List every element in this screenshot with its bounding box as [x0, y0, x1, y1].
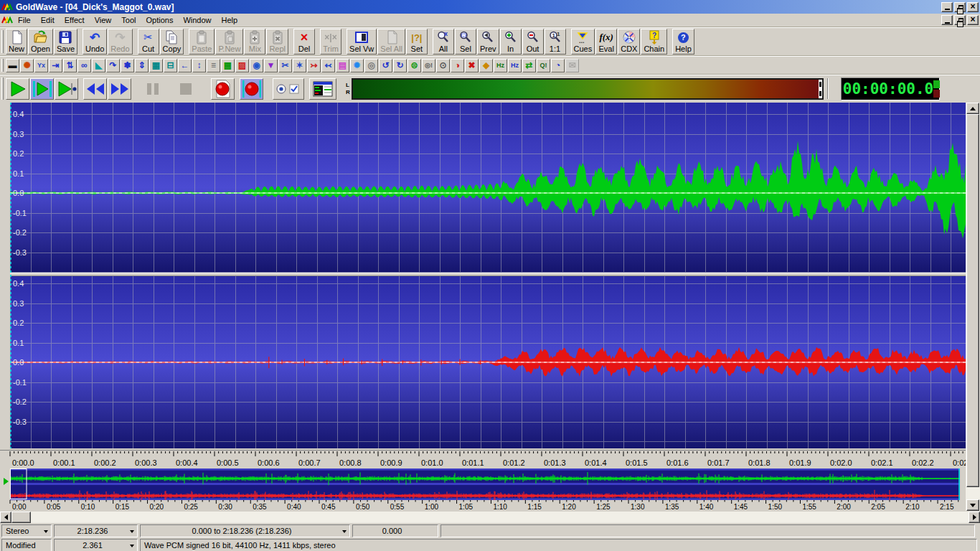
1-1-button[interactable]: 111:1: [545, 29, 566, 55]
copy-button[interactable]: Copy: [160, 29, 184, 55]
status-channel-mode[interactable]: Stereo: [1, 524, 52, 537]
match-max-icon[interactable]: ▩: [221, 59, 235, 72]
shape-volume-icon[interactable]: ⊙: [436, 59, 450, 72]
compressor-icon[interactable]: ⊟: [164, 59, 177, 72]
playback-clock-icon[interactable]: ◔: [551, 59, 565, 72]
titlebar[interactable]: GoldWave - [04_Dick's_Maggot_0.wav] ×: [0, 0, 980, 14]
record-button[interactable]: [211, 78, 235, 100]
pause-button[interactable]: [141, 78, 164, 100]
undo-button[interactable]: ↶Undo: [83, 29, 107, 55]
in-button[interactable]: In: [500, 29, 522, 55]
sel-button[interactable]: Sel: [455, 29, 476, 55]
flanger-icon[interactable]: ∞: [77, 59, 91, 72]
mix-button[interactable]: Mix: [244, 29, 265, 55]
invert-icon[interactable]: ↷: [106, 59, 120, 72]
censor-icon[interactable]: ✖: [465, 59, 479, 72]
sparkle-icon[interactable]: ✹: [350, 59, 364, 72]
chain-button[interactable]: ?Chain: [641, 29, 667, 55]
vertical-scrollbar[interactable]: [966, 103, 980, 511]
dropdown-arrow-icon[interactable]: [44, 530, 48, 533]
restore-button[interactable]: [954, 2, 966, 12]
overview-waveform[interactable]: [10, 468, 960, 500]
echo-icon[interactable]: ⇥: [49, 59, 62, 72]
status-selection-range[interactable]: 0.000 to 2:18.236 (2:18.236): [140, 524, 350, 537]
vertical-scroll-thumb[interactable]: [966, 114, 979, 487]
pitch-hz-icon[interactable]: Hz: [494, 59, 507, 72]
knob-icon[interactable]: ◎: [364, 59, 378, 72]
menu-item-options[interactable]: Options: [141, 14, 178, 26]
noise-gate-icon[interactable]: ↣: [307, 59, 321, 72]
menu-item-tool[interactable]: Tool: [116, 14, 141, 26]
toolbar-grip[interactable]: [1, 77, 4, 100]
new-button[interactable]: New: [6, 29, 27, 55]
del-button[interactable]: ×Del: [293, 29, 315, 55]
scroll-up-button[interactable]: [966, 103, 979, 114]
fast-forward-button[interactable]: [108, 78, 131, 100]
menu-item-help[interactable]: Help: [217, 14, 243, 26]
overview-position-marker-icon[interactable]: [4, 478, 9, 485]
menu-item-window[interactable]: Window: [178, 14, 216, 26]
all-button[interactable]: xAll: [433, 29, 454, 55]
waveform-editor[interactable]: 0.40.30.20.10.0-0.1-0.2-0.30.40.30.20.10…: [10, 103, 966, 448]
save-button[interactable]: Save: [54, 29, 77, 55]
pan-icon[interactable]: ◑: [451, 59, 464, 72]
play-selection-button[interactable]: [30, 78, 54, 100]
match-icon[interactable]: ▨: [235, 59, 249, 72]
stop-button[interactable]: [174, 78, 197, 100]
cut-button[interactable]: ✂Cut: [138, 29, 159, 55]
open-button[interactable]: Open: [28, 29, 53, 55]
scroll-down-button[interactable]: [966, 499, 979, 511]
smash-icon[interactable]: ✶: [293, 59, 306, 72]
filter-icon[interactable]: ≡: [207, 59, 220, 72]
scroll-right-button[interactable]: [969, 512, 980, 523]
equalizer-icon[interactable]: ▦: [149, 59, 163, 72]
maximize-q-icon[interactable]: Q!: [537, 59, 550, 72]
status-zoom-value[interactable]: 2.361: [54, 539, 138, 551]
cdx-button[interactable]: CDX: [618, 29, 640, 55]
fade-icon[interactable]: ◣: [92, 59, 105, 72]
stereo-3d-icon[interactable]: ◉: [250, 59, 263, 72]
horizontal-scrollbar[interactable]: [0, 512, 980, 523]
pitch-updown-icon[interactable]: ⇕: [135, 59, 149, 72]
max-volume-icon[interactable]: ◎!: [422, 59, 435, 72]
offset-icon[interactable]: ▬: [6, 59, 19, 72]
menu-item-file[interactable]: File: [13, 14, 36, 26]
child-close-button[interactable]: ×: [967, 15, 979, 25]
silence-cut-icon[interactable]: ✂: [278, 59, 292, 72]
mechanize-icon[interactable]: ✽: [121, 59, 134, 72]
menu-item-effect[interactable]: Effect: [60, 14, 90, 26]
play-from-marker-button[interactable]: [55, 78, 78, 100]
rewind-button[interactable]: [83, 78, 107, 100]
spectrum-icon[interactable]: ▼: [264, 59, 278, 72]
smear-icon[interactable]: ✉: [565, 59, 579, 72]
noise-reduction-icon[interactable]: ↢: [321, 59, 335, 72]
monitor-toggle-button[interactable]: [273, 78, 304, 100]
menu-item-edit[interactable]: Edit: [36, 14, 60, 26]
dropdown-arrow-icon[interactable]: [342, 530, 347, 533]
redo-button[interactable]: ↷Redo: [108, 29, 132, 55]
paste-button[interactable]: Paste: [189, 29, 215, 55]
control-properties-button[interactable]: [309, 78, 336, 100]
doppler-icon[interactable]: ✺: [20, 59, 34, 72]
menu-item-view[interactable]: View: [90, 14, 117, 26]
toolbar-grip[interactable]: [1, 30, 4, 53]
time-axis[interactable]: 0:00.00:00.10:00.20:00.30:00.40:00.50:00…: [0, 450, 966, 468]
horizontal-scroll-thumb[interactable]: [11, 512, 31, 523]
dropdown-arrow-icon[interactable]: [130, 530, 134, 533]
sel-vw-button[interactable]: Sel Vw: [347, 29, 377, 55]
trim-button[interactable]: ×|×Trim: [320, 29, 341, 55]
resample-hz-icon[interactable]: Hz: [508, 59, 522, 72]
swap-channels-icon[interactable]: ⇄: [522, 59, 536, 72]
volume-icon[interactable]: ↕: [192, 59, 206, 72]
help-button[interactable]: ?Help: [672, 29, 694, 55]
status-total-length[interactable]: 2:18.236: [54, 524, 138, 537]
media-icon[interactable]: ▤: [336, 59, 349, 72]
expander-icon[interactable]: ⇅: [63, 59, 77, 72]
record-selection-button[interactable]: [240, 78, 263, 100]
previous-effect-icon[interactable]: ←: [178, 59, 192, 72]
sel-all-button[interactable]: Sel All: [377, 29, 405, 55]
set-button[interactable]: |?|Set: [406, 29, 428, 55]
level-icon[interactable]: ⊜: [407, 59, 421, 72]
prev-button[interactable]: Prev: [477, 29, 499, 55]
eval-button[interactable]: f(x)Eval: [595, 29, 617, 55]
